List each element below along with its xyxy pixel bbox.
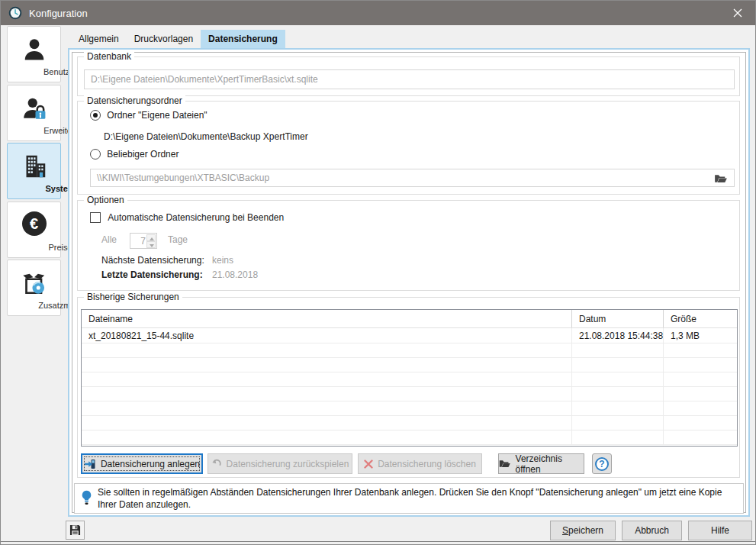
table-row[interactable]: xt_20180821_15-44.sqlite 21.08.2018 15:4… [82, 328, 737, 343]
cell-datum: 21.08.2018 15:44:38 [572, 328, 664, 343]
close-icon [733, 8, 742, 18]
user-lock-icon [8, 95, 60, 122]
info-box: Sie sollten in regelmäßigen Abständen Da… [74, 483, 744, 514]
group-title: Bisherige Sicherungen [84, 292, 182, 302]
table-header-row: Dateiname Datum Größe [82, 310, 737, 328]
sidebar-item-zusatzmodule[interactable]: Zusatzmod. [7, 260, 61, 316]
auto-backup-label: Automatische Datensicherung bei Beenden [108, 212, 284, 223]
clock-app-icon [8, 6, 22, 20]
backups-table[interactable]: Dateiname Datum Größe xt_20180821_15-44.… [81, 309, 738, 447]
table-empty-row [82, 372, 737, 387]
floppy-disk-icon [69, 524, 81, 536]
tab-datensicherung[interactable]: Datensicherung [201, 30, 285, 48]
radio-own-folder[interactable]: Ordner "Eigene Dateien" [90, 110, 207, 121]
speichern-button[interactable]: Speichern [550, 521, 616, 540]
spinner-up-icon[interactable] [146, 234, 156, 241]
browse-folder-button[interactable] [710, 171, 732, 185]
help-icon: ? [595, 457, 609, 471]
table-help-button[interactable]: ? [592, 453, 612, 474]
window-title: Konfiguration [29, 8, 88, 19]
restore-backup-label: Datensicherung zurückspielen [227, 459, 349, 469]
hilfe-button[interactable]: Hilfe [688, 521, 752, 540]
group-datensicherungsordner: Datensicherungsordner Ordner "Eigene Dat… [77, 101, 740, 195]
last-backup-row: Letzte Datensicherung: 21.08.2018 [101, 269, 203, 280]
group-datenbank: Datenbank D:\Eigene Dateien\Dokumente\Xp… [77, 56, 740, 96]
radio-custom-folder-label: Beliebiger Ordner [107, 149, 179, 160]
lightbulb-icon [81, 489, 92, 509]
custom-folder-field[interactable]: \\KIWI\Testumgebungen\XTBASIC\Backup [90, 169, 735, 187]
table-empty-row [82, 343, 737, 358]
delete-x-icon [364, 460, 373, 469]
create-backup-button[interactable]: Datensicherung anlegen [81, 453, 203, 474]
auto-backup-checkbox[interactable]: Automatische Datensicherung bei Beenden [90, 212, 284, 223]
titlebar[interactable]: Konfiguration [1, 1, 755, 25]
open-directory-label: Verzeichnis öffnen [516, 453, 584, 475]
column-header-groesse[interactable]: Größe [664, 310, 737, 327]
spinner-down-icon[interactable] [146, 241, 156, 248]
checkbox-unchecked-icon [90, 212, 101, 223]
database-path-field[interactable]: D:\Eigene Dateien\Dokumente\XpertTimerBa… [84, 69, 735, 89]
next-backup-label: Nächste Datensicherung: [101, 255, 204, 266]
group-optionen: Optionen Automatische Datensicherung bei… [77, 200, 740, 291]
radio-selected-icon [90, 110, 101, 121]
table-empty-row [82, 387, 737, 401]
folder-open-icon [499, 459, 511, 469]
tab-allgemein[interactable]: Allgemein [71, 30, 127, 48]
undo-icon [211, 459, 222, 469]
next-backup-row: Nächste Datensicherung: keins [101, 255, 204, 266]
table-empty-row [82, 401, 737, 416]
column-header-datum[interactable]: Datum [572, 310, 664, 327]
window-bottom-frame [1, 541, 755, 542]
sidebar-item-benutzer[interactable]: Benutzer [7, 26, 61, 82]
interval-suffix-label: Tage [168, 234, 188, 245]
table-empty-row [82, 431, 737, 445]
last-backup-value: 21.08.2018 [212, 269, 258, 280]
interval-prefix-label: Alle [101, 234, 117, 245]
table-empty-row [82, 416, 737, 431]
interval-value: 7 [130, 234, 146, 249]
table-empty-row [82, 358, 737, 372]
box-cd-icon [8, 269, 60, 297]
group-title: Datenbank [84, 51, 134, 62]
restore-backup-button[interactable]: Datensicherung zurückspielen [207, 453, 352, 474]
building-icon [8, 153, 60, 180]
folder-icon [714, 173, 728, 184]
tab-druckvorlagen[interactable]: Druckvorlagen [127, 30, 201, 48]
euro-icon: € [8, 211, 60, 236]
backup-create-icon [84, 458, 96, 470]
cell-dateiname: xt_20180821_15-44.sqlite [82, 328, 572, 343]
radio-own-folder-label: Ordner "Eigene Dateien" [107, 110, 207, 121]
user-icon [8, 36, 60, 63]
cell-groesse: 1,3 MB [664, 328, 737, 343]
radio-custom-folder[interactable]: Beliebiger Ordner [90, 149, 179, 160]
own-folder-path: D:\Eigene Dateien\Dokumente\Backup Xpert… [104, 131, 308, 142]
group-bisherige-sicherungen: Bisherige Sicherungen Dateiname Datum Gr… [77, 297, 740, 478]
group-title: Optionen [84, 195, 127, 205]
radio-unselected-icon [90, 149, 101, 160]
open-directory-button[interactable]: Verzeichnis öffnen [498, 453, 584, 474]
delete-backup-button[interactable]: Datensicherung löschen [358, 453, 482, 474]
abbruch-button[interactable]: Abbruch [622, 521, 682, 540]
info-text: Sie sollten in regelmäßigen Abständen Da… [98, 486, 738, 511]
interval-spinner[interactable]: 7 [130, 233, 157, 249]
tab-bar: Allgemein Druckvorlagen Datensicherung [71, 30, 285, 48]
quick-save-button[interactable] [66, 521, 85, 540]
sidebar-item-erweitert[interactable]: Erweitert [7, 85, 61, 141]
group-title: Datensicherungsordner [84, 95, 185, 106]
konfiguration-dialog: Konfiguration Benutzer [0, 0, 756, 545]
sidebar-item-preise[interactable]: € Preise [7, 202, 61, 258]
delete-backup-label: Datensicherung löschen [378, 459, 476, 469]
close-button[interactable] [720, 1, 755, 25]
sidebar-item-system[interactable]: System [7, 143, 61, 199]
column-header-dateiname[interactable]: Dateiname [82, 310, 572, 327]
last-backup-label: Letzte Datensicherung: [101, 269, 203, 280]
create-backup-label: Datensicherung anlegen [101, 459, 200, 469]
next-backup-value: keins [212, 255, 233, 266]
